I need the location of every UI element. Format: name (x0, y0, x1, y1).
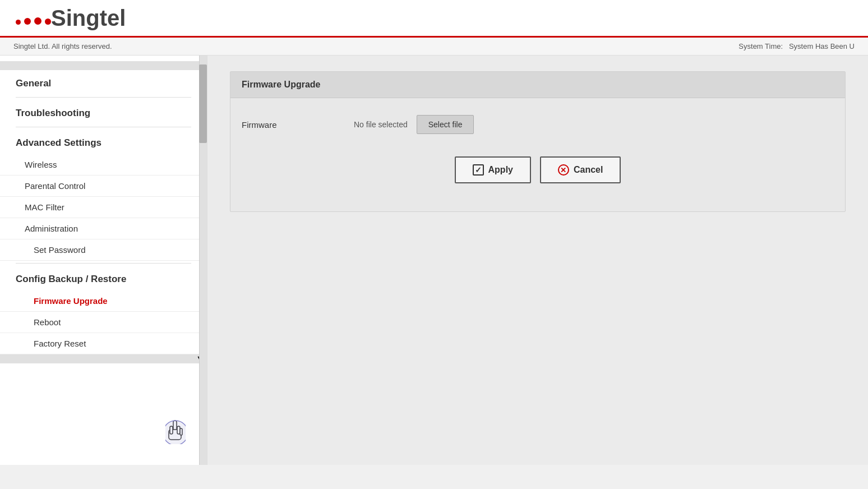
cancel-x-icon: ✕ (558, 164, 569, 176)
panel-body: Firmware No file selected Select file ✓ … (230, 98, 845, 211)
scroll-down-arrow[interactable]: ▼ (0, 354, 207, 363)
sub-header: Singtel Ltd. All rights reserved. System… (0, 38, 868, 56)
content-area: Firmware Upgrade Firmware No file select… (207, 56, 868, 465)
dot-1 (16, 20, 21, 25)
scrollbar-thumb[interactable] (199, 64, 207, 143)
system-uptime-label: System Has Been U (789, 42, 855, 50)
logo-text: Singtel (51, 7, 126, 29)
divider-3 (16, 263, 191, 264)
sidebar-scroll-content: ▲ General Troubleshooting Advanced Setti… (0, 56, 207, 369)
cancel-label: Cancel (574, 165, 603, 175)
divider-1 (16, 97, 191, 98)
main-layout: ▲ General Troubleshooting Advanced Setti… (0, 56, 868, 465)
dot-4 (45, 19, 51, 25)
panel-title: Firmware Upgrade (230, 72, 845, 98)
firmware-upgrade-panel: Firmware Upgrade Firmware No file select… (230, 71, 846, 212)
apply-check-icon: ✓ (473, 164, 484, 176)
cancel-button[interactable]: ✕ Cancel (540, 156, 621, 183)
dot-2 (24, 18, 31, 25)
select-file-button[interactable]: Select file (417, 115, 474, 134)
sidebar-item-advanced-settings[interactable]: Advanced Settings (0, 130, 207, 154)
sidebar: ▲ General Troubleshooting Advanced Setti… (0, 56, 207, 465)
red-dots (16, 17, 51, 25)
sidebar-item-factory-reset[interactable]: Factory Reset (0, 333, 207, 354)
header: Singtel (0, 0, 868, 38)
no-file-text: No file selected (354, 120, 408, 129)
dot-3 (34, 17, 41, 25)
sidebar-item-parental-control[interactable]: Parental Control (0, 176, 207, 197)
copyright-text: Singtel Ltd. All rights reserved. (13, 42, 112, 50)
sidebar-item-administration[interactable]: Administration (0, 218, 207, 239)
sidebar-item-troubleshooting[interactable]: Troubleshooting (0, 100, 207, 124)
sidebar-item-config-backup[interactable]: Config Backup / Restore (0, 266, 207, 290)
sidebar-item-wireless[interactable]: Wireless (0, 154, 207, 176)
firmware-label: Firmware (242, 120, 354, 130)
apply-button[interactable]: ✓ Apply (455, 156, 531, 183)
sidebar-item-set-password[interactable]: Set Password (0, 239, 207, 261)
scrollbar-track[interactable] (199, 56, 207, 465)
action-row: ✓ Apply ✕ Cancel (242, 156, 834, 195)
system-time-label: System Time: (738, 42, 783, 50)
logo-row: Singtel (13, 7, 126, 29)
divider-2 (16, 127, 191, 127)
apply-label: Apply (488, 165, 513, 175)
sidebar-item-reboot[interactable]: Reboot (0, 312, 207, 333)
system-info: System Time: System Has Been U (738, 42, 855, 50)
sidebar-item-general[interactable]: General (0, 70, 207, 95)
sidebar-item-firmware-upgrade[interactable]: Firmware Upgrade (0, 290, 207, 312)
firmware-row: Firmware No file selected Select file (242, 115, 834, 134)
sidebar-item-mac-filter[interactable]: MAC Filter (0, 197, 207, 218)
logo-wrapper: Singtel (13, 7, 126, 29)
scroll-up-arrow[interactable]: ▲ (0, 61, 207, 70)
